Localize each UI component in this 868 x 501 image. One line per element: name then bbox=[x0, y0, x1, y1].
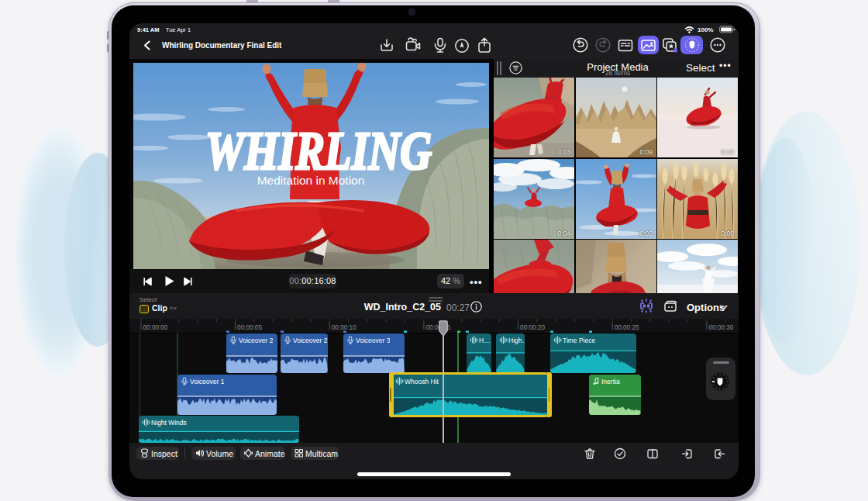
svg-text:00:00:05: 00:00:05 bbox=[237, 324, 262, 331]
svg-text:0:09: 0:09 bbox=[639, 148, 653, 156]
svg-text:00:00:00: 00:00:00 bbox=[143, 324, 168, 331]
svg-text:0:04: 0:04 bbox=[557, 230, 570, 237]
svg-text:00:00:10: 00:00:10 bbox=[332, 324, 356, 331]
svg-text:0:02: 0:02 bbox=[639, 230, 653, 237]
svg-text:Meditation in Motion: Meditation in Motion bbox=[257, 174, 365, 187]
svg-text:WHIRLING: WHIRLING bbox=[205, 121, 432, 181]
svg-text:0:10: 0:10 bbox=[721, 148, 734, 156]
svg-text:00:00:20: 00:00:20 bbox=[520, 324, 545, 331]
svg-text:00:00:30: 00:00:30 bbox=[708, 324, 733, 331]
svg-text:00:00:25: 00:00:25 bbox=[615, 324, 639, 331]
svg-text:100%: 100% bbox=[698, 26, 713, 33]
svg-text:0:03: 0:03 bbox=[557, 148, 570, 156]
svg-text:0:06: 0:06 bbox=[721, 230, 734, 237]
